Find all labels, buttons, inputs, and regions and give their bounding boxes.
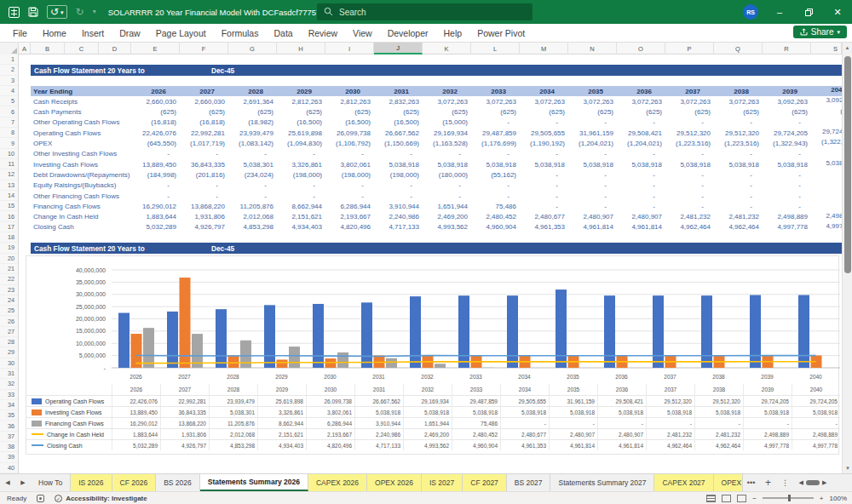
grid-cell[interactable]: - [763,169,811,180]
grid-cell[interactable]: 4,926,797 [180,222,228,232]
grid-cell[interactable]: 5,038,918 [617,159,665,169]
grid-cell[interactable]: 2,481,232 [665,212,714,222]
vertical-scrollbar[interactable]: ▲ ▼ [842,43,852,473]
grid-cell[interactable]: 5,038,918 [714,159,763,169]
year-header-cell[interactable]: 2038 [714,86,763,96]
row-number-30[interactable]: 30 [0,358,18,369]
row-number-27[interactable]: 27 [0,327,18,337]
grid-cell[interactable]: 16,290,012 [131,201,180,211]
row-number-38[interactable]: 38 [0,442,18,452]
row-number-8[interactable]: 8 [0,128,18,138]
ribbon-tab-developer[interactable]: Developer [380,26,436,41]
ribbon-tab-review[interactable]: Review [301,26,345,41]
grid-cell[interactable]: 2,480,907 [617,212,665,222]
grid-cell[interactable]: (1,017,719) [180,138,228,148]
grid-cell[interactable]: (625) [325,107,374,117]
ribbon-tab-home[interactable]: Home [35,26,74,41]
grid-cell[interactable]: - [423,180,471,191]
grid-cell[interactable]: 4,960,904 [471,222,520,232]
grid-cell[interactable]: - [568,201,617,211]
row-number-13[interactable]: 13 [0,180,18,191]
statement-label[interactable]: Cash Payments [31,107,131,117]
grid-cell[interactable]: - [665,191,714,201]
grid-cell[interactable]: - [714,180,763,191]
row-number-39[interactable]: 39 [0,452,18,462]
year-header-cell[interactable]: 2036 [617,86,665,96]
grid-cell[interactable]: 3,326,861 [277,159,325,169]
grid-cell[interactable]: (625) [228,107,277,117]
grid-cell[interactable]: 5,038,918 [374,159,423,169]
scroll-up-icon[interactable]: ▲ [843,43,852,53]
grid-cell[interactable]: 3,072,263 [568,96,617,106]
ribbon-tab-view[interactable]: View [345,26,380,41]
row-number-34[interactable]: 34 [0,400,18,410]
grid-cell[interactable]: 75,486 [471,201,520,211]
grid-cell[interactable]: - [520,169,568,180]
column-header-J[interactable]: J [374,43,423,54]
grid-cell[interactable]: 8,662,944 [277,201,325,211]
grid-cell[interactable]: 4,993,562 [423,222,471,232]
row-number-35[interactable]: 35 [0,410,18,421]
grid-cell[interactable]: (625) [617,107,665,117]
year-header-cell[interactable]: 2034 [520,86,568,96]
page-layout-view-icon[interactable] [722,495,731,502]
column-header-partial[interactable]: S [811,43,842,54]
grid-cell[interactable]: (625) [131,107,180,117]
year-header-cell[interactable]: 2037 [665,86,714,96]
grid-cell[interactable]: (1,223,516) [665,138,714,148]
grid-cell[interactable]: 29,724,205 [763,128,811,138]
grid-cell[interactable]: 2,240,986 [374,212,423,222]
tabs-scroll-right-icon[interactable]: ▶ [15,474,31,491]
column-header-D[interactable]: D [99,43,131,54]
grid-cell[interactable]: 11,205,876 [228,201,277,211]
grid-cell[interactable]: 3,092,263 [763,96,811,106]
ribbon-tab-insert[interactable]: Insert [74,26,112,41]
grid-cell[interactable]: 29,512,320 [665,128,714,138]
grid-cell[interactable]: - [520,117,568,128]
grid-cell[interactable]: - [714,117,763,128]
grid-cell[interactable]: - [617,201,665,211]
statement-label[interactable]: Investing Cash Flows [31,159,131,169]
grid-cell[interactable]: - [617,191,665,201]
grid-cell[interactable]: 1,931,806 [180,212,228,222]
grid-cell[interactable]: 4,961,814 [568,222,617,232]
statement-label[interactable]: Other Financing Cash Flows [31,191,131,201]
grid-cell-partial[interactable]: 4,997,778 [811,222,842,232]
grid-cell[interactable]: 4,934,403 [277,222,325,232]
grid-cell[interactable]: 2,691,364 [228,96,277,106]
add-sheet-button[interactable]: + [760,474,777,491]
grid-cell-partial[interactable]: 2,498,889 [811,212,842,222]
grid-cell[interactable]: - [617,117,665,128]
year-header-partial[interactable]: 2040 [811,86,842,96]
column-header-P[interactable]: P [665,43,714,54]
account-avatar[interactable]: RS [743,4,758,20]
grid-cell[interactable]: 29,512,320 [714,128,763,138]
grid-cell[interactable]: (16,500) [277,117,325,128]
grid-cell[interactable]: (1,176,699) [471,138,520,148]
vertical-scrollbar-thumb[interactable] [844,56,851,273]
grid-cell[interactable]: - [714,169,763,180]
share-button[interactable]: Share ▾ [793,26,847,38]
grid-cell[interactable]: (1,190,192) [520,138,568,148]
grid-cell[interactable]: 3,072,263 [423,96,471,106]
grid-cell[interactable]: 5,038,918 [423,159,471,169]
grid-cell[interactable]: - [617,149,665,159]
row-number-5[interactable]: 5 [0,96,18,106]
row-number-23[interactable]: 23 [0,285,18,295]
horizontal-scrollbar[interactable]: ◀ ▶ [794,474,832,491]
grid-cell[interactable]: 2,012,068 [228,212,277,222]
grid-cell[interactable]: (15,000) [423,117,471,128]
sheet-tab-opex-2026[interactable]: OPEX 2026 [367,474,422,491]
column-header-A[interactable]: A [19,43,31,54]
grid-cell[interactable]: (625) [520,107,568,117]
grid-cell[interactable]: (16,818) [131,117,180,128]
grid-cell[interactable]: - [228,180,277,191]
grid-cell[interactable]: (201,816) [180,169,228,180]
grid-cell[interactable]: (625) [763,107,811,117]
grid-cell[interactable]: - [763,191,811,201]
sheet-tab-is-2027[interactable]: IS 2027 [422,474,463,491]
column-header-E[interactable]: E [131,43,180,54]
grid-cell[interactable]: (198,000) [374,169,423,180]
grid-cell-partial[interactable]: - [811,180,842,191]
row-number-7[interactable]: 7 [0,117,18,128]
